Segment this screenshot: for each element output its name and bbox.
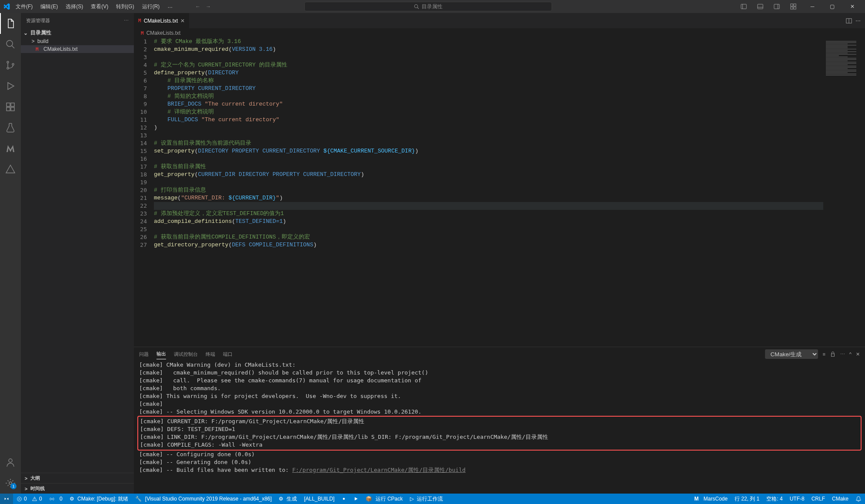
line-gutter: 1234567891011121314151617181920212223242…	[134, 38, 154, 347]
layout-right-icon[interactable]	[769, 0, 784, 13]
split-editor-icon[interactable]	[846, 18, 852, 24]
command-center-text: 目录属性	[422, 3, 442, 10]
panel-tab-terminal[interactable]: 终端	[206, 349, 215, 359]
panel-tab-debug[interactable]: 调试控制台	[174, 349, 198, 359]
layout-bottom-icon[interactable]	[753, 0, 768, 13]
layout-customize-icon[interactable]	[786, 0, 801, 13]
status-notifications-icon[interactable]	[852, 494, 865, 504]
svg-point-33	[343, 498, 345, 500]
panel-more-icon[interactable]: ⋯	[840, 351, 845, 357]
search-icon[interactable]	[0, 34, 21, 55]
sidebar-title: 资源管理器	[26, 17, 120, 24]
tab-close-icon[interactable]: ✕	[180, 18, 185, 24]
status-cursor[interactable]: 行 22, 列 1	[731, 494, 763, 504]
status-encoding[interactable]: UTF-8	[786, 494, 808, 504]
status-eol[interactable]: CRLF	[808, 494, 828, 504]
svg-rect-8	[791, 4, 793, 6]
menu-selection[interactable]: 选择(S)	[62, 1, 86, 12]
cmake-file-icon: M	[36, 46, 39, 52]
sidebar-more-icon[interactable]: ⋯	[124, 18, 129, 23]
status-bar: 0 0 0 ⚙ CMake: [Debug]: 就绪 🔧 [Visual Stu…	[0, 494, 865, 504]
marscode-icon[interactable]	[0, 138, 21, 159]
code-content[interactable]: # 要求 CMake 最低版本为 3.16cmake_minimum_requi…	[154, 38, 823, 347]
breadcrumbs[interactable]: M CMakeLists.txt	[134, 28, 865, 38]
status-indent[interactable]: 空格: 4	[763, 494, 786, 504]
status-problems[interactable]: 0 0	[13, 494, 46, 504]
svg-rect-6	[774, 4, 779, 9]
status-language[interactable]: CMake	[828, 494, 852, 504]
remote-indicator[interactable]	[0, 494, 13, 504]
panel-maximize-icon[interactable]: ^	[849, 351, 852, 357]
status-cmake[interactable]: ⚙ CMake: [Debug]: 就绪	[66, 494, 132, 504]
svg-point-12	[7, 40, 13, 46]
tab-more-icon[interactable]: ⋯	[855, 18, 861, 24]
outline-section[interactable]: 大纲	[21, 473, 134, 483]
timeline-section[interactable]: 时间线	[21, 483, 134, 494]
cmake-file-icon: M	[138, 18, 141, 23]
svg-rect-2	[741, 4, 746, 9]
layout-left-icon[interactable]	[736, 0, 751, 13]
status-kit[interactable]: 🔧 [Visual Studio Community 2019 Release …	[132, 494, 275, 504]
svg-rect-21	[11, 103, 14, 106]
lock-scroll-icon[interactable]	[830, 351, 836, 357]
panel-tab-output[interactable]: 输出	[156, 349, 166, 359]
folder-root[interactable]: 目录属性	[21, 28, 134, 37]
panel-tab-ports[interactable]: 端口	[223, 349, 233, 359]
maximize-button[interactable]: ▢	[822, 0, 842, 13]
svg-rect-19	[7, 107, 10, 111]
tab-label: CMakeLists.txt	[144, 18, 178, 24]
editor-tabs: M CMakeLists.txt ✕ ⋯	[134, 13, 865, 28]
menu-file[interactable]: 文件(F)	[12, 1, 36, 12]
tree-item-folder[interactable]: build	[21, 37, 134, 45]
panel-tab-problems[interactable]: 问题	[139, 349, 149, 359]
svg-rect-9	[794, 4, 796, 6]
source-control-icon[interactable]	[0, 55, 21, 76]
svg-line-13	[12, 46, 14, 48]
command-center[interactable]: 目录属性	[304, 2, 552, 11]
editor-area[interactable]: 1234567891011121314151617181920212223242…	[134, 38, 865, 347]
output-content[interactable]: [cmake] CMake Warning (dev) in CMakeList…	[134, 361, 865, 494]
svg-point-32	[51, 498, 53, 499]
run-debug-icon[interactable]	[0, 76, 21, 96]
svg-point-0	[414, 5, 418, 8]
cmake-icon[interactable]	[0, 159, 21, 180]
svg-point-23	[9, 459, 12, 462]
account-icon[interactable]	[0, 452, 21, 473]
svg-rect-18	[7, 103, 10, 106]
minimap[interactable]	[823, 38, 865, 347]
close-window-button[interactable]: ✕	[842, 0, 862, 13]
filter-icon[interactable]: ≡	[822, 351, 825, 357]
menu-edit[interactable]: 编辑(E)	[37, 1, 61, 12]
explorer-icon[interactable]	[0, 13, 21, 34]
output-channel-select[interactable]: CMake/生成	[765, 349, 818, 359]
status-workflow[interactable]: ▷ 运行工作流	[406, 494, 446, 504]
settings-icon[interactable]: 1	[0, 473, 21, 494]
nav-back-icon[interactable]: ←	[195, 3, 200, 10]
svg-rect-27	[831, 354, 834, 356]
status-build[interactable]: ⚙ 生成	[275, 494, 300, 504]
status-debug-launch[interactable]	[338, 494, 350, 504]
tree-item-file[interactable]: M CMakeLists.txt	[21, 45, 134, 53]
status-target[interactable]: [ALL_BUILD]	[300, 494, 338, 504]
svg-rect-20	[11, 107, 14, 111]
vscode-logo-icon	[3, 3, 10, 10]
menu-run[interactable]: 运行(R)	[139, 1, 163, 12]
panel: 问题 输出 调试控制台 终端 端口 CMake/生成 ≡ ⋯ ^ ✕ [cmak…	[134, 347, 865, 494]
svg-rect-4	[758, 4, 763, 9]
editor-tab[interactable]: M CMakeLists.txt ✕	[134, 13, 190, 28]
status-ports[interactable]: 0	[46, 494, 66, 504]
nav-forward-icon[interactable]: →	[206, 3, 211, 10]
svg-marker-34	[355, 497, 358, 501]
status-cpack[interactable]: 📦 运行 CPack	[362, 494, 406, 504]
menu-go[interactable]: 转到(G)	[113, 1, 137, 12]
extensions-icon[interactable]	[0, 96, 21, 117]
testing-icon[interactable]	[0, 117, 21, 138]
menu-view[interactable]: 查看(V)	[87, 1, 112, 12]
svg-point-16	[12, 63, 14, 65]
status-marscode[interactable]: M MarsCode	[691, 494, 731, 504]
menu-overflow[interactable]: …	[164, 1, 176, 12]
minimize-button[interactable]: ─	[802, 0, 822, 13]
panel-close-icon[interactable]: ✕	[856, 351, 860, 357]
status-launch[interactable]	[350, 494, 362, 504]
svg-rect-11	[794, 7, 796, 9]
